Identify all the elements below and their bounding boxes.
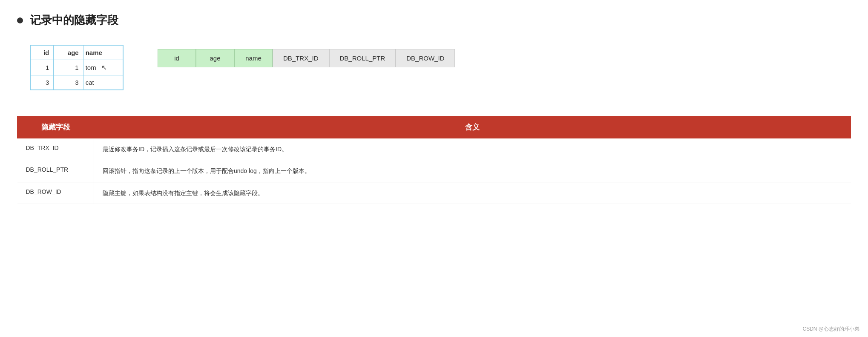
info-col2-header: 含义	[94, 116, 851, 138]
cursor-icon	[100, 64, 107, 71]
field-db-row-id: DB_ROW_ID	[17, 182, 94, 204]
field-box-name: name	[234, 49, 273, 67]
field-box-trx-id: DB_TRX_ID	[273, 49, 329, 67]
meaning-db-trx-id: 最近修改事务ID，记录插入这条记录或最后一次修改该记录的事务ID。	[94, 138, 851, 160]
section-title: 记录中的隐藏字段	[30, 13, 118, 28]
section-header: 记录中的隐藏字段	[17, 13, 851, 28]
field-box-id: id	[158, 49, 196, 67]
info-table: 隐藏字段 含义 DB_TRX_ID 最近修改事务ID，记录插入这条记录或最后一次…	[17, 116, 851, 204]
meaning-db-row-id: 隐藏主键，如果表结构没有指定主键，将会生成该隐藏字段。	[94, 182, 851, 204]
db-table-header-row: id age name	[30, 45, 123, 60]
field-db-roll-ptr: DB_ROLL_PTR	[17, 160, 94, 182]
db-table: id age name 1 1 tom 3 3 cat	[30, 45, 124, 90]
cell-age-2: 3	[54, 75, 83, 90]
db-col-age-header: age	[54, 45, 83, 60]
meaning-db-roll-ptr: 回滚指针，指向这条记录的上一个版本，用于配合undo log，指向上一个版本。	[94, 160, 851, 182]
bullet-point	[17, 17, 23, 23]
content-area: id age name 1 1 tom 3 3 cat id age name …	[30, 45, 851, 90]
cell-id-2: 3	[30, 75, 54, 90]
info-table-row: DB_ROW_ID 隐藏主键，如果表结构没有指定主键，将会生成该隐藏字段。	[17, 182, 851, 204]
db-col-id-header: id	[30, 45, 54, 60]
field-db-trx-id: DB_TRX_ID	[17, 138, 94, 160]
info-col1-header: 隐藏字段	[17, 116, 94, 138]
field-box-age: age	[196, 49, 234, 67]
cell-age-1: 1	[54, 60, 83, 75]
cell-name-1: tom	[83, 60, 123, 75]
field-boxes: id age name DB_TRX_ID DB_ROLL_PTR DB_ROW…	[158, 49, 455, 67]
field-box-row-id: DB_ROW_ID	[396, 49, 455, 67]
info-table-header-row: 隐藏字段 含义	[17, 116, 851, 138]
table-row: 3 3 cat	[30, 75, 123, 90]
field-box-roll-ptr: DB_ROLL_PTR	[329, 49, 396, 67]
table-row: 1 1 tom	[30, 60, 123, 75]
cell-id-1: 1	[30, 60, 54, 75]
db-col-name-header: name	[83, 45, 123, 60]
info-table-row: DB_ROLL_PTR 回滚指针，指向这条记录的上一个版本，用于配合undo l…	[17, 160, 851, 182]
cell-name-2: cat	[83, 75, 123, 90]
info-table-row: DB_TRX_ID 最近修改事务ID，记录插入这条记录或最后一次修改该记录的事务…	[17, 138, 851, 160]
footer-text: CSDN @心态好的环小弟	[802, 325, 859, 333]
